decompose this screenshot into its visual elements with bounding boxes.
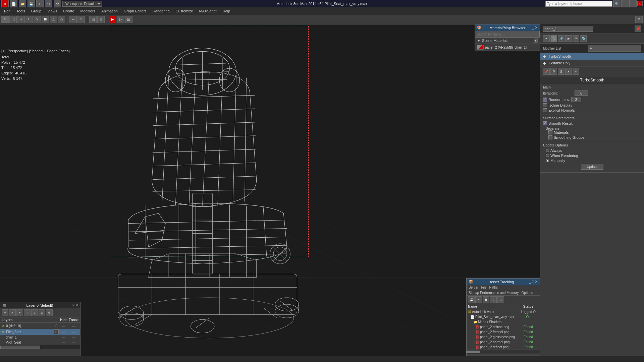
menu-animation[interactable]: Animation <box>99 8 120 14</box>
menu-create[interactable]: Create <box>60 8 77 14</box>
layer-row-chair1[interactable]: chair_1 — — <box>0 335 80 340</box>
material-editor[interactable]: M <box>635 16 643 23</box>
search-btn[interactable]: 🔍 <box>613 0 621 7</box>
iterations-input[interactable] <box>575 90 588 96</box>
config-icon[interactable]: ⚙ <box>550 68 557 75</box>
menu-tools[interactable]: Tools <box>14 8 28 14</box>
asset-tool-3[interactable]: 🔲 <box>483 296 489 303</box>
restore-btn[interactable]: □ <box>629 0 637 7</box>
material-browser-close[interactable]: ✕ <box>535 25 538 30</box>
menu-edit[interactable]: Edit <box>1 8 13 14</box>
scale-tool[interactable]: ⤡ <box>34 16 41 23</box>
minimize-btn[interactable]: ─ <box>621 0 629 7</box>
manually-radio[interactable] <box>546 159 549 162</box>
display-btn[interactable]: 👁 <box>573 35 579 42</box>
asset-menu-paths[interactable]: Paths <box>489 286 498 289</box>
asset-tool-1[interactable]: 💾 <box>468 296 475 303</box>
angle-snap[interactable]: ∠ <box>50 16 57 23</box>
menu-group[interactable]: Group <box>29 8 44 14</box>
utilities-btn[interactable]: 🔩 <box>580 35 587 42</box>
align-tool[interactable]: ≡ <box>77 16 85 23</box>
layer-help[interactable]: ? <box>72 303 74 307</box>
layer-tool-6[interactable]: ▤ <box>39 309 45 316</box>
open-btn[interactable]: 📂 <box>19 0 26 7</box>
render-iters-checkbox[interactable]: ✓ <box>543 98 547 102</box>
menu-maxscript[interactable]: MAXScript <box>197 8 219 14</box>
layer-tool-4[interactable]: ↑ <box>24 309 31 316</box>
menu-customize[interactable]: Customize <box>173 8 196 14</box>
asset-row-reflect[interactable]: 🖼 panel_2.reflect.png Found <box>467 345 540 350</box>
layer-tool-2[interactable]: ✕ <box>9 309 16 316</box>
workspace-select[interactable]: Workspace: Default <box>62 1 102 7</box>
material-browser-scroll[interactable]: ▼ <box>534 39 538 43</box>
render-iterative[interactable]: ▷ <box>117 16 124 23</box>
move-modifier-down-icon[interactable]: ▼ <box>573 68 579 75</box>
mirror-tool[interactable]: ⇔ <box>69 16 77 23</box>
material-item[interactable]: panel_2 (VRayMtl) [chair_1] <box>475 44 540 51</box>
asset-tracking-minimize[interactable]: _ <box>529 280 531 284</box>
render-iters-input[interactable] <box>571 97 581 102</box>
layer-tool-1[interactable]: + <box>2 309 8 316</box>
percent-snap[interactable]: % <box>58 16 65 23</box>
asset-tracking-restore[interactable]: □ <box>532 280 534 284</box>
hierarchy-btn[interactable]: 🔗 <box>558 35 565 42</box>
layer-close[interactable]: ✕ <box>75 303 78 307</box>
asset-menu-server[interactable]: Server <box>469 286 478 289</box>
motion-btn[interactable]: ▶ <box>565 35 572 42</box>
render-setup-btn[interactable]: ⚙ <box>54 0 61 7</box>
layer-tool-5[interactable]: ↓ <box>31 309 38 316</box>
scene-mgr[interactable]: ☰ <box>97 16 105 23</box>
isoline-checkbox[interactable] <box>543 103 547 107</box>
close-btn[interactable]: ✕ <box>637 1 643 6</box>
rotate-tool[interactable]: ↻ <box>25 16 33 23</box>
material-browser-collapse[interactable]: _ <box>532 25 534 30</box>
materials-checkbox[interactable] <box>548 130 552 134</box>
smooth-result-checkbox[interactable]: ✓ <box>543 121 547 125</box>
move-tool[interactable]: ✛ <box>17 16 25 23</box>
menu-help[interactable]: Help <box>220 8 233 14</box>
select-region[interactable]: ⬚ <box>9 16 17 23</box>
pin-icon[interactable]: 📌 <box>543 68 550 75</box>
new-btn[interactable]: 📄 <box>10 0 17 7</box>
asset-row-fresnel[interactable]: 🖼 panel_2.fresnel.png Found <box>467 329 540 335</box>
asset-row-diffuse[interactable]: 🖼 panel_2.diffuse.png Found <box>467 324 540 329</box>
pin-stack-btn[interactable]: 📌 <box>635 25 641 32</box>
asset-tool-2[interactable]: ✕ <box>475 296 482 303</box>
modifier-list-dropdown[interactable]: ▼ <box>588 45 641 52</box>
render-frame-window[interactable]: 🖼 <box>125 16 132 23</box>
snap-toggle[interactable]: 🔲 <box>42 16 49 23</box>
asset-tool-4[interactable]: ? <box>490 296 497 303</box>
layer-row-pilotseat2[interactable]: Pilot_Seat — — <box>0 340 80 345</box>
always-radio[interactable] <box>546 149 549 152</box>
asset-scrollbar-thumb[interactable] <box>467 351 480 353</box>
select-tool[interactable]: ↖ <box>1 16 9 23</box>
layer-tool-3[interactable]: + <box>16 309 23 316</box>
create-panel-btn[interactable]: ✦ <box>543 35 550 42</box>
menu-rendering[interactable]: Rendering <box>150 8 172 14</box>
when-rendering-radio[interactable] <box>546 154 549 157</box>
asset-row-file[interactable]: 📄 Pilot_Seat_max_vray.max Ok <box>467 314 540 319</box>
delete-modifier-icon[interactable]: 🗑 <box>558 68 565 75</box>
save-btn[interactable]: 💾 <box>28 0 35 7</box>
move-modifier-up-icon[interactable]: ▲ <box>565 68 572 75</box>
menu-modifiers[interactable]: Modifiers <box>77 8 98 14</box>
layer-row-0[interactable]: ☀ 0 (default) ✓ — — <box>0 323 80 329</box>
asset-tracking-close[interactable]: ✕ <box>535 280 538 284</box>
asset-row-maps-folder[interactable]: 📁 Maps / Shaders <box>467 319 540 324</box>
search-input[interactable] <box>545 1 612 7</box>
modifier-editable-poly[interactable]: ◆ Editable Poly <box>540 60 644 67</box>
layer-tool-7[interactable]: ⚙ <box>46 309 53 316</box>
asset-row-normal[interactable]: 🖼 panel_2.normal.png Found <box>467 340 540 345</box>
layer-mgr[interactable]: ▤ <box>89 16 97 23</box>
modifier-turbosmooth[interactable]: ◆ TurboSmooth <box>540 53 644 60</box>
asset-menu-file[interactable]: File <box>481 286 486 289</box>
viewport[interactable]: [+] [Perspective] [Shaded + Edged Faces]… <box>0 24 540 362</box>
asset-tool-5[interactable]: ℹ <box>497 296 504 303</box>
smoothing-groups-checkbox[interactable] <box>548 135 552 139</box>
visibility-checkbox-pilotseat[interactable]: □ <box>54 329 59 334</box>
material-search-input[interactable] <box>475 31 540 38</box>
undo-btn[interactable]: ↩ <box>36 0 44 7</box>
modify-panel-btn[interactable]: 🔧 <box>550 35 557 42</box>
redo-btn[interactable]: ↪ <box>45 0 52 7</box>
asset-row-glossiness[interactable]: 🖼 panel_2.glossiness.png Found <box>467 335 540 340</box>
